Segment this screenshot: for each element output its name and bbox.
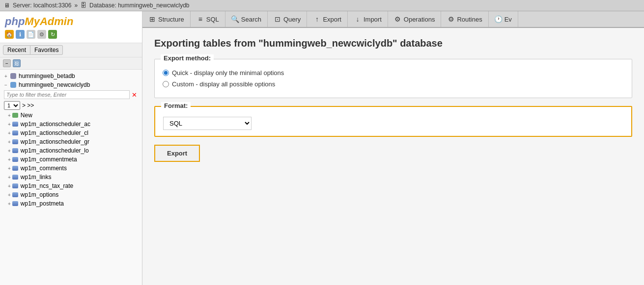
tab-sql[interactable]: ≡ SQL — [191, 11, 225, 27]
table-icon — [12, 156, 19, 163]
tab-search[interactable]: 🔍 Search — [225, 11, 268, 27]
sidebar: phpMyAdmin 🏠 ℹ 📄 ⚙ ↻ Recent Favorites − … — [0, 11, 142, 285]
table-toggle: + — [8, 175, 11, 180]
server-label: Server: localhost:3306 — [13, 2, 71, 9]
home-icon[interactable]: 🏠 — [5, 30, 14, 39]
export-button[interactable]: Export — [155, 146, 199, 161]
new-icon — [12, 112, 19, 119]
format-select[interactable]: SQL CSV JSON XML — [163, 117, 252, 130]
recent-favs: Recent Favorites — [0, 43, 142, 57]
db-tree: + hummingweb_betadb − hummingweb_newcwic… — [0, 70, 142, 285]
table-item[interactable]: +wp1m_postmeta — [0, 199, 142, 208]
custom-option-row: Custom - display all possible options — [163, 80, 624, 88]
tab-ev[interactable]: 🕐 Ev — [489, 11, 518, 27]
tab-search-label: Search — [241, 16, 261, 23]
table-name: wp1m_comments — [21, 165, 67, 172]
logo-admin: Admin — [40, 15, 73, 27]
query-icon: ⊡ — [274, 15, 281, 23]
operations-icon: ⚙ — [394, 15, 402, 23]
table-name: wp1m_actionscheduler_lo — [21, 147, 89, 154]
tab-routines[interactable]: ⚙ Routines — [441, 11, 488, 27]
gear-icon[interactable]: ⚙ — [37, 30, 46, 39]
filter-input[interactable] — [4, 90, 130, 99]
table-name: wp1m_actionscheduler_cl — [21, 130, 88, 136]
db-toggle-newcwiclydb: − — [3, 82, 9, 88]
server-icon: 🖥 — [4, 2, 10, 9]
tab-structure-label: Structure — [158, 16, 184, 23]
table-item[interactable]: +wp1m_links — [0, 173, 142, 181]
table-name: wp1m_links — [21, 174, 52, 181]
db-name-betadb: hummingweb_betadb — [19, 73, 75, 79]
table-icon — [12, 138, 19, 145]
file-icon[interactable]: 📄 — [27, 30, 35, 39]
table-item[interactable]: +wp1m_actionscheduler_cl — [0, 129, 142, 137]
page-title: Exporting tables from "hummingweb_newcwi… — [154, 38, 632, 49]
db-name-newcwiclydb: hummingweb_newcwiclydb — [19, 81, 90, 88]
table-icon — [12, 182, 19, 189]
export-section: Export — [154, 145, 200, 162]
search-icon: 🔍 — [231, 15, 239, 23]
db-item-betadb[interactable]: + hummingweb_betadb — [0, 72, 142, 80]
logo-area: phpMyAdmin 🏠 ℹ 📄 ⚙ ↻ — [0, 11, 142, 43]
table-item[interactable]: +wp1m_ncs_tax_rate — [0, 181, 142, 190]
table-toggle: + — [8, 201, 11, 207]
tab-query[interactable]: ⊡ Query — [268, 11, 307, 27]
db-cylinder-icon-betadb — [10, 73, 17, 79]
tab-import-label: Import — [364, 16, 382, 23]
table-item[interactable]: +wp1m_comments — [0, 164, 142, 173]
table-toggle: + — [8, 130, 11, 136]
logo-php: php — [5, 15, 25, 27]
table-name: wp1m_ncs_tax_rate — [21, 182, 73, 189]
table-item[interactable]: +wp1m_commentmeta — [0, 155, 142, 164]
table-name: wp1m_actionscheduler_gr — [21, 138, 89, 145]
new-toggle: + — [8, 113, 11, 118]
table-icon — [12, 191, 19, 198]
table-item[interactable]: +wp1m_actionscheduler_gr — [0, 137, 142, 146]
table-icon — [12, 200, 19, 207]
page-select[interactable]: 1 — [4, 101, 20, 110]
table-toggle: + — [8, 157, 11, 162]
tab-export-label: Export — [323, 16, 341, 23]
tab-routines-label: Routines — [457, 16, 482, 23]
custom-radio[interactable] — [163, 81, 169, 87]
table-item[interactable]: +wp1m_actionscheduler_ac — [0, 120, 142, 129]
structure-icon: ⊞ — [148, 15, 156, 23]
table-item[interactable]: +wp1m_options — [0, 190, 142, 199]
table-item[interactable]: +wp1m_actionscheduler_lo — [0, 146, 142, 155]
tab-operations[interactable]: ⚙ Operations — [388, 11, 442, 27]
import-icon: ↓ — [354, 15, 362, 23]
db-toggle-betadb: + — [3, 73, 9, 79]
table-icon — [12, 174, 19, 181]
routines-icon: ⚙ — [447, 15, 455, 23]
new-item[interactable]: + New — [0, 111, 142, 120]
recent-button[interactable]: Recent — [3, 45, 30, 55]
tab-operations-label: Operations — [404, 16, 435, 23]
table-icon — [12, 165, 19, 172]
content-area: ⊞ Structure ≡ SQL 🔍 Search ⊡ Query ↑ Exp… — [142, 11, 644, 285]
favorites-button[interactable]: Favorites — [30, 45, 63, 55]
logo: phpMyAdmin — [5, 15, 137, 28]
tab-export[interactable]: ↑ Export — [307, 11, 348, 27]
pagination-nav: > >> — [22, 102, 34, 109]
db-cylinder-icon-newcwiclydb — [10, 81, 17, 88]
table-name: wp1m_postmeta — [21, 200, 64, 207]
tab-import[interactable]: ↓ Import — [348, 11, 388, 27]
filter-clear-button[interactable]: ✕ — [131, 91, 138, 99]
content-body: Exporting tables from "hummingweb_newcwi… — [142, 28, 644, 285]
filter-box: ✕ — [4, 90, 138, 99]
table-icon — [12, 130, 19, 136]
tab-structure[interactable]: ⊞ Structure — [142, 11, 191, 27]
refresh-icon[interactable]: ↻ — [48, 30, 57, 39]
minimize-button[interactable]: − — [3, 59, 11, 67]
table-list: +wp1m_actionscheduler_ac+wp1m_actionsche… — [0, 120, 142, 208]
db-item-newcwiclydb[interactable]: − hummingweb_newcwiclydb — [0, 80, 142, 89]
table-toggle: + — [8, 122, 11, 127]
format-section: Format: SQL CSV JSON XML — [154, 106, 632, 137]
link-button[interactable]: ⛓ — [13, 59, 21, 67]
quick-label: Quick - display only the minimal options — [172, 69, 284, 77]
tab-bar: ⊞ Structure ≡ SQL 🔍 Search ⊡ Query ↑ Exp… — [142, 11, 644, 28]
quick-radio[interactable] — [163, 70, 169, 76]
sidebar-controls: − ⛓ — [0, 57, 142, 70]
arrow-separator: » — [74, 2, 78, 9]
info-icon[interactable]: ℹ — [16, 30, 25, 39]
